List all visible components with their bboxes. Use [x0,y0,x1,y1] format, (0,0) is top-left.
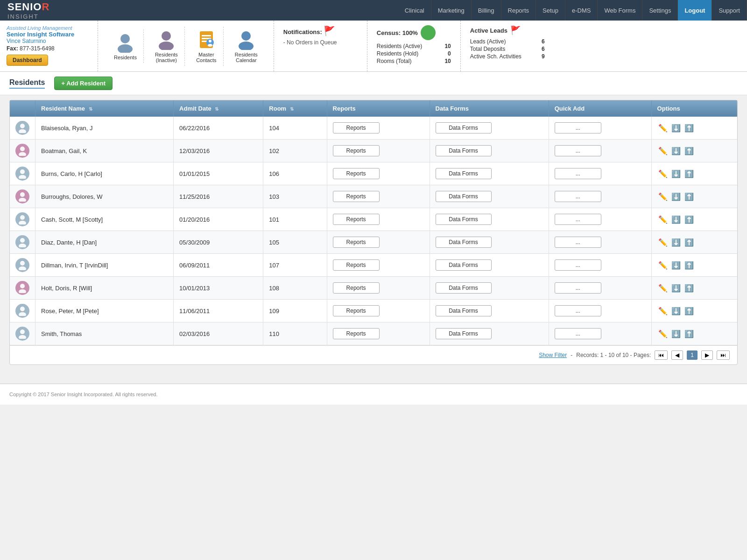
page-next-button[interactable]: ▶ [701,350,713,360]
avatar-cell [10,254,35,277]
admit-date-cell: 06/09/2011 [174,254,263,277]
dashboard-button[interactable]: Dashboard [7,55,48,66]
reports-button[interactable]: Reports [333,328,380,339]
data-forms-button[interactable]: Data Forms [436,145,492,156]
nav-settings[interactable]: Settings [642,0,678,21]
nav-marketing[interactable]: Marketing [431,0,472,21]
move-down-button[interactable]: ⬇️ [670,168,682,179]
reports-button[interactable]: Reports [333,122,380,133]
move-up-button[interactable]: ⬆️ [684,259,695,271]
col-room[interactable]: Room ⇅ [263,100,327,117]
add-resident-button[interactable]: + Add Resident [54,77,113,90]
nav-setup[interactable]: Setup [536,0,565,21]
quick-add-button[interactable]: ... [555,305,601,316]
sort-date-icon[interactable]: ⇅ [215,106,218,112]
data-forms-button[interactable]: Data Forms [436,259,492,271]
sort-room-icon[interactable]: ⇅ [290,106,294,112]
nav-reports[interactable]: Reports [501,0,536,21]
edit-button[interactable]: ✏️ [657,214,669,225]
move-down-button[interactable]: ⬇️ [670,122,682,133]
page-last-button[interactable]: ⏭ [717,350,730,360]
edit-button[interactable]: ✏️ [657,122,669,133]
nav-support[interactable]: Support [712,0,747,21]
quick-add-button[interactable]: ... [555,237,601,248]
move-down-button[interactable]: ⬇️ [670,259,682,271]
admit-date-cell: 11/06/2011 [174,300,263,322]
reports-button[interactable]: Reports [333,305,380,316]
data-forms-button[interactable]: Data Forms [436,328,492,339]
reports-button[interactable]: Reports [333,145,380,156]
sort-name-icon[interactable]: ⇅ [89,106,92,112]
show-filter-link[interactable]: Show Filter [539,352,567,358]
reports-button[interactable]: Reports [333,282,380,294]
data-forms-button[interactable]: Data Forms [436,168,492,179]
edit-button[interactable]: ✏️ [657,237,669,248]
edit-button[interactable]: ✏️ [657,145,669,156]
table-row: Smith, Thomas 02/03/2016 110 Reports Dat… [10,322,737,345]
move-down-button[interactable]: ⬇️ [670,305,682,316]
move-down-button[interactable]: ⬇️ [670,282,682,294]
edit-button[interactable]: ✏️ [657,191,669,202]
quicklink-residents-inactive[interactable]: Residents(Inactive) [148,27,185,66]
move-up-button[interactable]: ⬆️ [684,191,695,202]
quick-add-button[interactable]: ... [555,259,601,271]
quicklink-master-contacts[interactable]: MasterContacts [190,27,224,66]
avatar [15,281,29,295]
reports-button[interactable]: Reports [333,259,380,271]
col-admit-date[interactable]: Admit Date ⇅ [174,100,263,117]
move-down-button[interactable]: ⬇️ [670,237,682,248]
nav-clinical[interactable]: Clinical [398,0,431,21]
move-up-button[interactable]: ⬆️ [684,305,695,316]
data-forms-button[interactable]: Data Forms [436,191,492,202]
quick-add-button[interactable]: ... [555,122,601,133]
reports-button[interactable]: Reports [333,214,380,225]
data-forms-button[interactable]: Data Forms [436,237,492,248]
reports-button[interactable]: Reports [333,168,380,179]
nav-edms[interactable]: e-DMS [565,0,598,21]
edit-button[interactable]: ✏️ [657,168,669,179]
data-forms-button[interactable]: Data Forms [436,214,492,225]
move-up-button[interactable]: ⬆️ [684,214,695,225]
move-down-button[interactable]: ⬇️ [670,145,682,156]
svg-point-2 [162,31,171,41]
edit-button[interactable]: ✏️ [657,328,669,339]
edit-button[interactable]: ✏️ [657,305,669,316]
edit-button[interactable]: ✏️ [657,282,669,294]
data-forms-button[interactable]: Data Forms [436,305,492,316]
quicklink-residents-calendar[interactable]: ResidentsCalendar [228,27,264,66]
move-up-button[interactable]: ⬆️ [684,282,695,294]
col-resident-name[interactable]: Resident Name ⇅ [35,100,174,117]
quick-add-button[interactable]: ... [555,214,601,225]
move-down-button[interactable]: ⬇️ [670,328,682,339]
move-up-button[interactable]: ⬆️ [684,145,695,156]
nav-logout[interactable]: Logout [678,0,712,21]
avatar-cell [10,231,35,254]
page-first-button[interactable]: ⏮ [655,350,668,360]
reports-button[interactable]: Reports [333,191,380,202]
quicklink-residents[interactable]: Residents [107,29,144,63]
move-down-button[interactable]: ⬇️ [670,214,682,225]
admit-date-cell: 01/01/2015 [174,162,263,185]
reports-button[interactable]: Reports [333,237,380,248]
svg-point-10 [208,44,212,47]
edit-button[interactable]: ✏️ [657,259,669,271]
quick-add-button[interactable]: ... [555,282,601,294]
move-down-button[interactable]: ⬇️ [670,191,682,202]
move-up-button[interactable]: ⬆️ [684,237,695,248]
move-up-button[interactable]: ⬆️ [684,168,695,179]
quick-add-button[interactable]: ... [555,191,601,202]
quick-add-button[interactable]: ... [555,328,601,339]
page-prev-button[interactable]: ◀ [671,350,683,360]
data-forms-button[interactable]: Data Forms [436,282,492,294]
nav-webforms[interactable]: Web Forms [598,0,642,21]
person-avatar-icon [17,168,28,179]
svg-point-12 [239,42,254,50]
svg-rect-5 [202,35,211,36]
quick-add-button[interactable]: ... [555,168,601,179]
move-up-button[interactable]: ⬆️ [684,122,695,133]
data-forms-button[interactable]: Data Forms [436,122,492,133]
page-1-button[interactable]: 1 [687,350,698,360]
move-up-button[interactable]: ⬆️ [684,328,695,339]
nav-billing[interactable]: Billing [472,0,501,21]
quick-add-button[interactable]: ... [555,145,601,156]
